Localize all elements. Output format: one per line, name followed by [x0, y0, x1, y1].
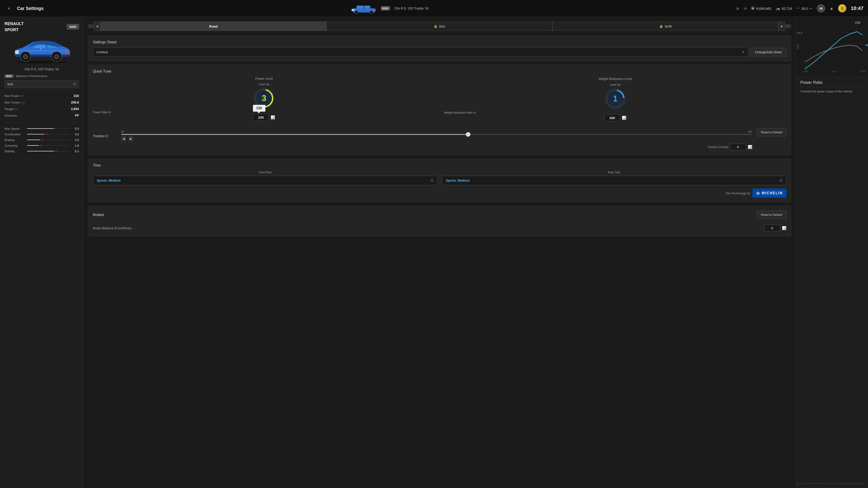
tab-road[interactable]: Road: [100, 22, 327, 31]
slider-min-label: 54: [121, 130, 124, 133]
bop-value: N/A: [7, 82, 13, 86]
page-title: Car Settings: [17, 6, 43, 11]
stat-row-max-torque: Max Torqueft-lb 206.8: [4, 99, 79, 106]
traction-label: Traction C: [93, 134, 118, 138]
brakes-section: Brakes Reset to Default Brake Balance (F…: [88, 206, 434, 236]
bop-badge: BOP: [4, 74, 13, 78]
perf-name-braking: Braking: [4, 138, 25, 142]
stats-list: Max PowerHP 216 Max Torqueft-lb 206.8 We…: [4, 93, 79, 119]
perf-bar-cornering: [27, 144, 70, 147]
tires-section: Tires Front Tires Sports: Medium ☰ Rear …: [88, 159, 434, 202]
stat-unit-max-torque: ft-lb: [21, 101, 25, 104]
power-ratio-control: 100 100 📊: [253, 114, 275, 121]
perf-bar-acceleration: [27, 133, 70, 135]
stat-value-max-power: 216: [74, 94, 79, 98]
perf-name-stability: Stability: [4, 150, 25, 153]
slider-nav-left[interactable]: ◀: [121, 136, 126, 141]
n200-badge-sidebar: N200: [67, 24, 79, 29]
main-content: L1 ◀ Road 🔒 Dirt 🔒 Drift ▶ R1 Settings S…: [84, 17, 434, 244]
svg-point-13: [23, 55, 28, 59]
perf-name-acceleration: Acceleration: [4, 133, 25, 136]
power-level-up-label: Level Up: [258, 83, 269, 86]
tires-title: Tires: [93, 163, 434, 167]
perf-value-acceleration: 3.0: [72, 133, 79, 136]
perf-value-maxspeed: 5.3: [72, 127, 79, 130]
stat-row-drivetrain: Drivetrain FF: [4, 112, 79, 119]
back-button[interactable]: ‹: [4, 4, 13, 13]
brakes-title: Brakes: [93, 213, 104, 217]
traction-row: Traction C 54 157 ◀ ▶: [93, 128, 434, 143]
top-bar-center: N200 Clio R.S. 220 Trophy '16: [43, 3, 434, 14]
tab-prev-button[interactable]: ◀: [94, 22, 100, 31]
brake-balance-label: Brake Balance (Front/Rear): [93, 226, 131, 230]
perf-row-braking: Braking 2.0: [4, 137, 79, 143]
sheet-row: Untitled ✎ Change/Add Sheet: [93, 48, 434, 57]
power-ratio-value: 100: [253, 114, 269, 121]
tab-dirt[interactable]: 🔒 Dirt: [327, 22, 434, 31]
stat-name-drivetrain: Drivetrain: [4, 114, 17, 117]
traction-slider[interactable]: 54 157 ◀ ▶: [121, 130, 434, 141]
sheet-name-input[interactable]: Untitled ✎: [93, 48, 434, 57]
bop-value-row: N/A ☰: [4, 80, 79, 88]
svg-rect-8: [374, 9, 376, 11]
tc-value-row: Traction Control 0 📊: [93, 143, 434, 151]
sidebar: RENAULT SPORT N200: [0, 17, 84, 244]
car-thumbnail: [351, 3, 376, 14]
quick-tune-title: Quick Tune: [93, 69, 434, 73]
quick-tune-section: Quick Tune Power Level Level Up 3: [88, 65, 434, 155]
stat-row-max-power: Max PowerHP 216: [4, 93, 79, 99]
perf-bar-braking: [27, 139, 70, 141]
car-label: Clio R.S. 220 Trophy '16: [4, 67, 79, 71]
quick-tune-grid: Power Level Level Up 3 Power Ratio %: [93, 77, 434, 121]
perf-value-braking: 2.0: [72, 138, 79, 142]
stat-name-weight: Weight: [4, 107, 13, 111]
front-tire-label: Front Tires: [93, 171, 434, 174]
stat-unit-weight: lbs.: [14, 108, 18, 110]
stat-value-weight: 2,654: [71, 107, 79, 111]
stat-name-max-torque: Max Torque: [4, 101, 20, 104]
n200-badge-top: N200: [381, 6, 390, 10]
top-bar: ‹ Car Settings N200 Clio R.S. 220 Trophy…: [0, 0, 434, 17]
stat-row-weight: Weightlbs. 2,654: [4, 106, 79, 112]
svg-rect-7: [351, 9, 354, 11]
perf-row-stability: Stability 5.3: [4, 149, 79, 154]
front-tire-value: Sports: Medium: [97, 179, 121, 182]
divider: [4, 122, 79, 123]
slider-fill: [121, 134, 434, 135]
slider-nav-right[interactable]: ▶: [128, 136, 133, 141]
front-tire-col: Front Tires Sports: Medium ☰: [93, 171, 434, 185]
power-dial-value: 3: [262, 94, 266, 103]
svg-text:✦: ✦: [40, 47, 42, 51]
car-svg: ✦: [10, 37, 73, 64]
svg-point-15: [54, 55, 59, 59]
power-ratio-bar-icon[interactable]: 📊: [271, 115, 275, 120]
perf-value-cornering: 1.9: [72, 144, 79, 147]
svg-rect-4: [364, 6, 370, 8]
perf-list: Max Speed 5.3 Acceleration 3.0 Braking: [4, 126, 79, 154]
brand-logo: RENAULT SPORT: [4, 22, 24, 32]
brakes-header: Brakes Reset to Default: [93, 210, 434, 219]
bop-menu-icon[interactable]: ☰: [73, 82, 76, 86]
power-level-label: Power Level: [255, 77, 273, 80]
stat-name-max-power: Max Power: [4, 94, 19, 98]
perf-name-cornering: Cornering: [4, 144, 25, 147]
svg-rect-3: [357, 6, 364, 8]
slider-track[interactable]: [121, 134, 434, 135]
sheet-name-value: Untitled: [96, 50, 108, 54]
front-tire-select[interactable]: Sports: Medium ☰: [93, 176, 434, 185]
svg-point-5: [355, 11, 358, 14]
traction-slider-area: Traction C 54 157 ◀ ▶: [93, 128, 434, 151]
brake-balance-row: Brake Balance (Front/Rear) 0 📊: [93, 222, 434, 232]
perf-value-stability: 5.3: [72, 150, 79, 153]
dirt-lock-icon: 🔒: [434, 25, 434, 28]
back-icon: ‹: [8, 5, 10, 11]
tab-l1-label: L1: [88, 24, 94, 28]
perf-bar-maxspeed: [27, 128, 70, 129]
power-ratio-label: Power Ratio %: [93, 111, 111, 114]
bop-text: Balance of Performance: [16, 74, 47, 78]
perf-row-acceleration: Acceleration 3.0: [4, 131, 79, 137]
slider-nav: ◀ ▶: [121, 136, 434, 141]
car-image-sidebar: ✦: [4, 36, 79, 65]
front-tire-menu-icon[interactable]: ☰: [431, 179, 434, 182]
perf-bar-stability: [27, 150, 70, 152]
